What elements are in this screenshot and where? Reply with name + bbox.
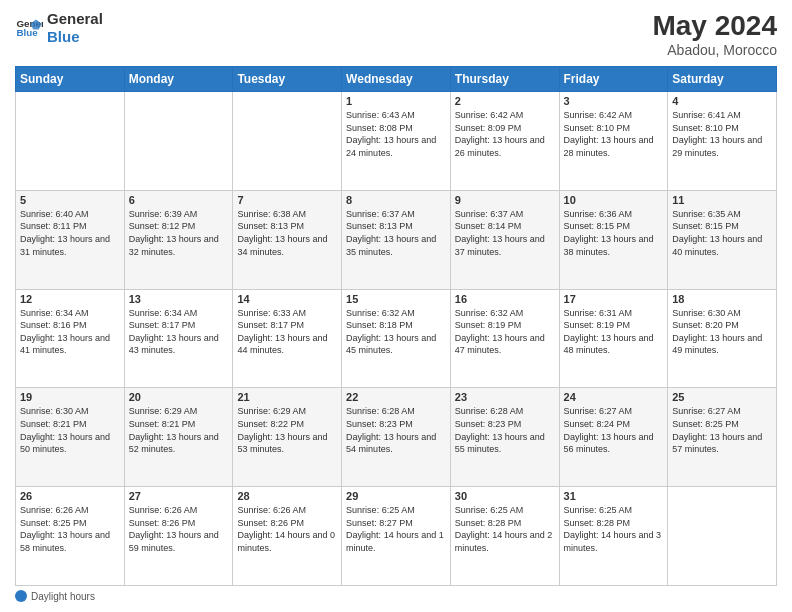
logo-general: General [47, 10, 103, 28]
day-info: Sunrise: 6:43 AM Sunset: 8:08 PM Dayligh… [346, 109, 446, 159]
day-info: Sunrise: 6:27 AM Sunset: 8:24 PM Dayligh… [564, 405, 664, 455]
day-info: Sunrise: 6:38 AM Sunset: 8:13 PM Dayligh… [237, 208, 337, 258]
day-of-week-header: Monday [124, 67, 233, 92]
day-number: 1 [346, 95, 446, 107]
calendar-day-cell: 10Sunrise: 6:36 AM Sunset: 8:15 PM Dayli… [559, 190, 668, 289]
day-number: 18 [672, 293, 772, 305]
calendar-day-cell: 26Sunrise: 6:26 AM Sunset: 8:25 PM Dayli… [16, 487, 125, 586]
day-info: Sunrise: 6:26 AM Sunset: 8:26 PM Dayligh… [129, 504, 229, 554]
day-info: Sunrise: 6:31 AM Sunset: 8:19 PM Dayligh… [564, 307, 664, 357]
logo-icon: General Blue [15, 14, 43, 42]
calendar-day-cell: 12Sunrise: 6:34 AM Sunset: 8:16 PM Dayli… [16, 289, 125, 388]
day-info: Sunrise: 6:26 AM Sunset: 8:26 PM Dayligh… [237, 504, 337, 554]
day-info: Sunrise: 6:28 AM Sunset: 8:23 PM Dayligh… [455, 405, 555, 455]
day-number: 24 [564, 391, 664, 403]
day-number: 27 [129, 490, 229, 502]
day-info: Sunrise: 6:42 AM Sunset: 8:10 PM Dayligh… [564, 109, 664, 159]
day-number: 10 [564, 194, 664, 206]
calendar-day-cell: 27Sunrise: 6:26 AM Sunset: 8:26 PM Dayli… [124, 487, 233, 586]
day-number: 19 [20, 391, 120, 403]
day-info: Sunrise: 6:41 AM Sunset: 8:10 PM Dayligh… [672, 109, 772, 159]
day-number: 28 [237, 490, 337, 502]
calendar-day-cell: 3Sunrise: 6:42 AM Sunset: 8:10 PM Daylig… [559, 92, 668, 191]
subtitle: Abadou, Morocco [652, 42, 777, 58]
calendar-header-row: SundayMondayTuesdayWednesdayThursdayFrid… [16, 67, 777, 92]
day-info: Sunrise: 6:32 AM Sunset: 8:19 PM Dayligh… [455, 307, 555, 357]
logo-blue: Blue [47, 28, 103, 46]
day-number: 3 [564, 95, 664, 107]
daylight-dot [15, 590, 27, 602]
day-number: 6 [129, 194, 229, 206]
day-info: Sunrise: 6:35 AM Sunset: 8:15 PM Dayligh… [672, 208, 772, 258]
day-number: 25 [672, 391, 772, 403]
calendar-day-cell: 5Sunrise: 6:40 AM Sunset: 8:11 PM Daylig… [16, 190, 125, 289]
calendar-day-cell: 9Sunrise: 6:37 AM Sunset: 8:14 PM Daylig… [450, 190, 559, 289]
calendar-day-cell: 2Sunrise: 6:42 AM Sunset: 8:09 PM Daylig… [450, 92, 559, 191]
day-info: Sunrise: 6:33 AM Sunset: 8:17 PM Dayligh… [237, 307, 337, 357]
day-number: 29 [346, 490, 446, 502]
day-number: 20 [129, 391, 229, 403]
calendar-day-cell: 11Sunrise: 6:35 AM Sunset: 8:15 PM Dayli… [668, 190, 777, 289]
day-info: Sunrise: 6:27 AM Sunset: 8:25 PM Dayligh… [672, 405, 772, 455]
calendar-day-cell: 4Sunrise: 6:41 AM Sunset: 8:10 PM Daylig… [668, 92, 777, 191]
calendar-day-cell: 19Sunrise: 6:30 AM Sunset: 8:21 PM Dayli… [16, 388, 125, 487]
calendar-table: SundayMondayTuesdayWednesdayThursdayFrid… [15, 66, 777, 586]
calendar-day-cell: 17Sunrise: 6:31 AM Sunset: 8:19 PM Dayli… [559, 289, 668, 388]
day-number: 11 [672, 194, 772, 206]
calendar-day-cell [16, 92, 125, 191]
calendar-week-row: 1Sunrise: 6:43 AM Sunset: 8:08 PM Daylig… [16, 92, 777, 191]
day-of-week-header: Wednesday [342, 67, 451, 92]
day-number: 22 [346, 391, 446, 403]
day-number: 14 [237, 293, 337, 305]
day-info: Sunrise: 6:26 AM Sunset: 8:25 PM Dayligh… [20, 504, 120, 554]
day-of-week-header: Tuesday [233, 67, 342, 92]
day-number: 15 [346, 293, 446, 305]
calendar-day-cell [233, 92, 342, 191]
day-info: Sunrise: 6:34 AM Sunset: 8:17 PM Dayligh… [129, 307, 229, 357]
header: General Blue General Blue May 2024 Abado… [15, 10, 777, 58]
day-number: 8 [346, 194, 446, 206]
day-info: Sunrise: 6:28 AM Sunset: 8:23 PM Dayligh… [346, 405, 446, 455]
day-info: Sunrise: 6:34 AM Sunset: 8:16 PM Dayligh… [20, 307, 120, 357]
calendar-day-cell: 8Sunrise: 6:37 AM Sunset: 8:13 PM Daylig… [342, 190, 451, 289]
day-info: Sunrise: 6:37 AM Sunset: 8:13 PM Dayligh… [346, 208, 446, 258]
calendar-day-cell: 1Sunrise: 6:43 AM Sunset: 8:08 PM Daylig… [342, 92, 451, 191]
calendar-day-cell: 23Sunrise: 6:28 AM Sunset: 8:23 PM Dayli… [450, 388, 559, 487]
day-info: Sunrise: 6:36 AM Sunset: 8:15 PM Dayligh… [564, 208, 664, 258]
footer: Daylight hours [15, 590, 777, 602]
main-title: May 2024 [652, 10, 777, 42]
day-info: Sunrise: 6:37 AM Sunset: 8:14 PM Dayligh… [455, 208, 555, 258]
day-number: 5 [20, 194, 120, 206]
day-info: Sunrise: 6:25 AM Sunset: 8:28 PM Dayligh… [564, 504, 664, 554]
calendar-day-cell: 22Sunrise: 6:28 AM Sunset: 8:23 PM Dayli… [342, 388, 451, 487]
day-number: 17 [564, 293, 664, 305]
day-info: Sunrise: 6:30 AM Sunset: 8:21 PM Dayligh… [20, 405, 120, 455]
day-info: Sunrise: 6:42 AM Sunset: 8:09 PM Dayligh… [455, 109, 555, 159]
day-number: 26 [20, 490, 120, 502]
day-info: Sunrise: 6:25 AM Sunset: 8:28 PM Dayligh… [455, 504, 555, 554]
day-info: Sunrise: 6:29 AM Sunset: 8:22 PM Dayligh… [237, 405, 337, 455]
calendar-week-row: 26Sunrise: 6:26 AM Sunset: 8:25 PM Dayli… [16, 487, 777, 586]
day-info: Sunrise: 6:29 AM Sunset: 8:21 PM Dayligh… [129, 405, 229, 455]
logo: General Blue General Blue [15, 10, 103, 46]
day-of-week-header: Friday [559, 67, 668, 92]
day-number: 4 [672, 95, 772, 107]
calendar-day-cell: 25Sunrise: 6:27 AM Sunset: 8:25 PM Dayli… [668, 388, 777, 487]
day-number: 9 [455, 194, 555, 206]
calendar-day-cell: 14Sunrise: 6:33 AM Sunset: 8:17 PM Dayli… [233, 289, 342, 388]
day-info: Sunrise: 6:40 AM Sunset: 8:11 PM Dayligh… [20, 208, 120, 258]
day-of-week-header: Sunday [16, 67, 125, 92]
day-number: 30 [455, 490, 555, 502]
day-info: Sunrise: 6:32 AM Sunset: 8:18 PM Dayligh… [346, 307, 446, 357]
day-number: 16 [455, 293, 555, 305]
day-number: 13 [129, 293, 229, 305]
calendar-day-cell: 31Sunrise: 6:25 AM Sunset: 8:28 PM Dayli… [559, 487, 668, 586]
day-info: Sunrise: 6:30 AM Sunset: 8:20 PM Dayligh… [672, 307, 772, 357]
calendar-day-cell [668, 487, 777, 586]
day-of-week-header: Saturday [668, 67, 777, 92]
calendar-day-cell: 18Sunrise: 6:30 AM Sunset: 8:20 PM Dayli… [668, 289, 777, 388]
calendar-day-cell: 28Sunrise: 6:26 AM Sunset: 8:26 PM Dayli… [233, 487, 342, 586]
day-number: 2 [455, 95, 555, 107]
calendar-day-cell: 24Sunrise: 6:27 AM Sunset: 8:24 PM Dayli… [559, 388, 668, 487]
footer-label: Daylight hours [31, 591, 95, 602]
